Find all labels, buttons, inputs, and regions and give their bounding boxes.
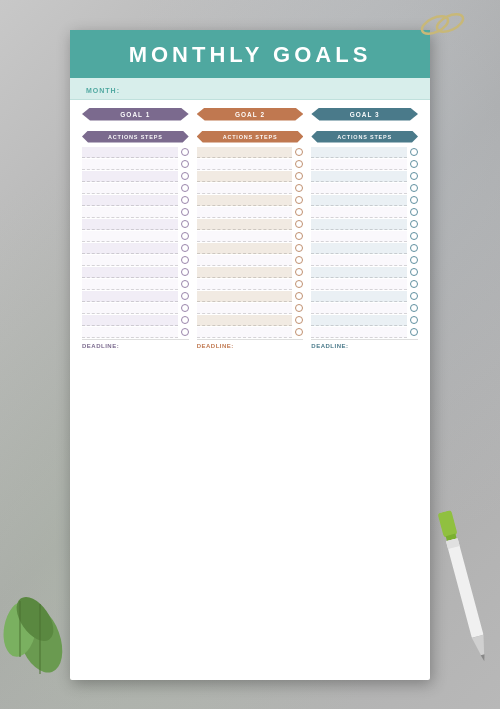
action-line[interactable] (82, 327, 178, 338)
action-line[interactable] (311, 243, 407, 254)
action-line[interactable] (82, 147, 178, 158)
action-line[interactable] (82, 243, 178, 254)
checkbox[interactable] (410, 208, 418, 216)
checkbox[interactable] (410, 172, 418, 180)
action-line[interactable] (197, 219, 293, 230)
checkbox[interactable] (410, 220, 418, 228)
action-line[interactable] (197, 291, 293, 302)
action-line[interactable] (82, 279, 178, 290)
action-line[interactable] (82, 303, 178, 314)
action-line[interactable] (311, 279, 407, 290)
action-line[interactable] (197, 315, 293, 326)
action-line[interactable] (82, 291, 178, 302)
checkbox[interactable] (181, 244, 189, 252)
action-line[interactable] (197, 243, 293, 254)
checkbox[interactable] (181, 268, 189, 276)
action-line[interactable] (311, 267, 407, 278)
action-line[interactable] (82, 231, 178, 242)
checkbox[interactable] (181, 280, 189, 288)
checkbox[interactable] (410, 292, 418, 300)
checkbox[interactable] (410, 280, 418, 288)
action-line[interactable] (197, 159, 293, 170)
checkbox[interactable] (181, 184, 189, 192)
checkbox[interactable] (410, 160, 418, 168)
checkbox[interactable] (295, 328, 303, 336)
action-line[interactable] (311, 219, 407, 230)
action-line[interactable] (197, 183, 293, 194)
checkbox[interactable] (181, 148, 189, 156)
checkbox[interactable] (295, 196, 303, 204)
action-line[interactable] (82, 159, 178, 170)
checkbox[interactable] (181, 232, 189, 240)
action-line[interactable] (311, 231, 407, 242)
checkbox[interactable] (295, 232, 303, 240)
action-line[interactable] (197, 303, 293, 314)
checkbox[interactable] (181, 256, 189, 264)
action-line[interactable] (82, 315, 178, 326)
checkbox[interactable] (181, 172, 189, 180)
checkbox[interactable] (295, 184, 303, 192)
action-line[interactable] (311, 159, 407, 170)
action-line[interactable] (197, 231, 293, 242)
action-line[interactable] (311, 183, 407, 194)
checkbox[interactable] (295, 208, 303, 216)
action-line[interactable] (311, 327, 407, 338)
action-line[interactable] (311, 291, 407, 302)
checkbox[interactable] (181, 316, 189, 324)
action-line[interactable] (82, 267, 178, 278)
checkbox[interactable] (181, 220, 189, 228)
checkbox[interactable] (410, 184, 418, 192)
action-line[interactable] (311, 207, 407, 218)
action-line[interactable] (82, 183, 178, 194)
checkbox[interactable] (295, 160, 303, 168)
checkbox[interactable] (410, 268, 418, 276)
checkbox[interactable] (295, 256, 303, 264)
action-line[interactable] (311, 315, 407, 326)
action-line[interactable] (197, 255, 293, 266)
action-line[interactable] (82, 255, 178, 266)
checkbox[interactable] (181, 304, 189, 312)
checkbox[interactable] (295, 268, 303, 276)
action-line[interactable] (82, 219, 178, 230)
checkbox[interactable] (410, 328, 418, 336)
checkbox[interactable] (295, 148, 303, 156)
action-line[interactable] (311, 195, 407, 206)
action-line[interactable] (311, 171, 407, 182)
action-line[interactable] (82, 195, 178, 206)
action-line[interactable] (311, 303, 407, 314)
action-line[interactable] (311, 255, 407, 266)
action-line[interactable] (82, 207, 178, 218)
checkbox[interactable] (410, 232, 418, 240)
checkbox[interactable] (295, 172, 303, 180)
action-line[interactable] (197, 279, 293, 290)
action-line[interactable] (197, 147, 293, 158)
checkbox[interactable] (295, 304, 303, 312)
checkbox[interactable] (181, 292, 189, 300)
checkbox[interactable] (295, 292, 303, 300)
checkbox[interactable] (410, 148, 418, 156)
action-line[interactable] (197, 267, 293, 278)
action-line[interactable] (197, 327, 293, 338)
action-line[interactable] (82, 171, 178, 182)
checkbox[interactable] (410, 316, 418, 324)
checkbox[interactable] (410, 304, 418, 312)
col3-actions-header: ACTIONS STEPS (311, 131, 418, 143)
checkbox[interactable] (295, 316, 303, 324)
checkbox[interactable] (295, 280, 303, 288)
checkbox[interactable] (295, 220, 303, 228)
checkbox[interactable] (410, 256, 418, 264)
action-line[interactable] (197, 207, 293, 218)
checkbox[interactable] (295, 244, 303, 252)
checkbox[interactable] (181, 328, 189, 336)
action-line[interactable] (197, 171, 293, 182)
action-line[interactable] (197, 195, 293, 206)
checkbox[interactable] (410, 244, 418, 252)
checkbox[interactable] (181, 196, 189, 204)
action-line[interactable] (311, 147, 407, 158)
month-value[interactable] (123, 83, 323, 93)
checkbox[interactable] (410, 196, 418, 204)
checkbox[interactable] (181, 208, 189, 216)
action-item (197, 207, 304, 218)
checkbox[interactable] (181, 160, 189, 168)
action-item (82, 171, 189, 182)
